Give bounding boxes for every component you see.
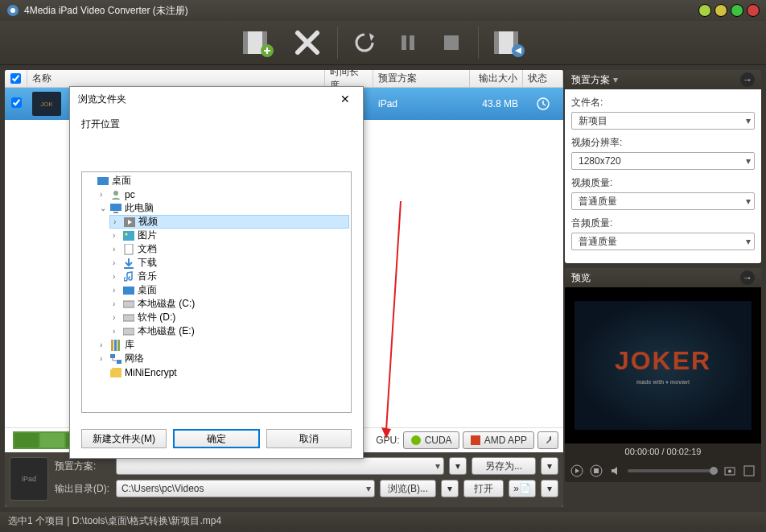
toolbar-separator (337, 27, 338, 59)
title-bar: 4Media iPad Video Converter (未注册) (0, 0, 766, 21)
row-preset: iPad (373, 98, 470, 109)
svg-rect-21 (744, 466, 754, 476)
aquality-label: 音频质量: (571, 217, 755, 230)
tree-diskc[interactable]: ›本地磁盘 (C:) (109, 297, 349, 311)
chevron-down-icon: ▾ (613, 74, 618, 85)
resolution-select[interactable]: 1280x720 (571, 152, 755, 170)
extra-dropdown[interactable]: ▾ (541, 480, 558, 497)
svg-rect-15 (471, 435, 480, 445)
preset-panel: 预置方案 ▾ → 文件名: 新项目 视频分辨率: 1280x720 视频质量: … (565, 70, 761, 263)
preview-time: 00:00:00 / 00:02:19 (565, 443, 761, 460)
play-button[interactable] (570, 464, 584, 478)
bottom-panel: iPad 预置方案: ▾ 另存为... ▾ 输出目录(D): C:\Users\… (5, 452, 563, 507)
amd-button[interactable]: AMD APP (463, 431, 534, 449)
tree-videos[interactable]: ›视频 (109, 215, 349, 229)
svg-rect-7 (410, 35, 414, 50)
svg-rect-33 (123, 301, 134, 307)
app-icon (6, 4, 19, 17)
tree-desktop[interactable]: 桌面 (84, 174, 349, 188)
help-button[interactable] (698, 4, 711, 17)
refresh-button[interactable] (348, 26, 381, 60)
svg-rect-32 (123, 287, 134, 295)
preset-dropdown[interactable]: ▾ (449, 457, 467, 475)
resolution-label: 视频分辨率: (571, 136, 755, 150)
preset-label: 预置方案: (55, 460, 111, 473)
cuda-button[interactable]: CUDA (403, 431, 459, 449)
stop-button[interactable] (434, 26, 468, 60)
preview-overlay: JOKER (615, 346, 711, 376)
folder-tree[interactable]: 桌面 ›pc ⌄此电脑 ›视频 ›图片 ›文档 ›下载 ›音乐 ›桌面 ›本地磁… (81, 171, 352, 413)
wrench-icon (545, 435, 551, 446)
tree-downloads[interactable]: ›下载 (109, 256, 349, 270)
svg-point-14 (411, 435, 421, 445)
header-status[interactable]: 状态 (523, 70, 563, 87)
svg-rect-35 (123, 328, 134, 335)
fullscreen-button[interactable] (742, 464, 756, 478)
preset-select[interactable] (116, 457, 444, 475)
header-name[interactable]: 名称 (27, 70, 325, 87)
svg-rect-34 (123, 315, 134, 321)
preview-video[interactable]: JOKER made with ♦ movavi (565, 287, 761, 443)
filename-label: 文件名: (571, 96, 755, 109)
tree-diske[interactable]: ›本地磁盘 (E:) (109, 324, 349, 338)
stop-preview-button[interactable] (589, 464, 603, 478)
vquality-select[interactable]: 普通质量 (571, 192, 755, 210)
snapshot-button[interactable] (723, 464, 737, 478)
header-checkbox[interactable] (5, 70, 27, 87)
maximize-button[interactable] (731, 4, 743, 17)
close-button[interactable] (747, 4, 760, 17)
expand-button[interactable]: → (740, 72, 755, 87)
svg-rect-8 (444, 35, 459, 50)
output-path[interactable]: C:\Users\pc\Videos (116, 480, 375, 497)
tree-user[interactable]: ›pc (97, 188, 349, 201)
video-thumbnail: JOK (32, 92, 61, 116)
svg-rect-3 (243, 31, 248, 54)
tree-pictures[interactable]: ›图片 (109, 229, 349, 242)
svg-point-24 (113, 191, 118, 196)
tree-network[interactable]: ›网络 (97, 352, 349, 365)
header-preset[interactable]: 预置方案 (373, 70, 470, 87)
svg-rect-25 (110, 204, 121, 211)
svg-point-1 (10, 8, 15, 13)
aquality-select[interactable]: 普通质量 (571, 233, 755, 250)
row-checkbox[interactable] (11, 97, 22, 108)
tree-diskd[interactable]: ›软件 (D:) (109, 311, 349, 324)
open-button[interactable]: 打开 (463, 480, 504, 497)
tree-libraries[interactable]: ›库 (97, 338, 349, 352)
add-file-button[interactable] (237, 23, 278, 63)
svg-rect-28 (123, 231, 134, 241)
tree-documents[interactable]: ›文档 (109, 242, 349, 256)
header-duration[interactable]: 时间长度 (325, 70, 373, 87)
volume-slider[interactable] (628, 469, 718, 472)
tree-music[interactable]: ›音乐 (109, 270, 349, 283)
tree-miniencrypt[interactable]: MiNiEncrypt (97, 365, 349, 379)
filename-input[interactable]: 新项目 (571, 112, 755, 130)
dialog-close-button[interactable]: ✕ (336, 93, 355, 105)
tree-thispc[interactable]: ⌄此电脑 (97, 201, 349, 215)
main-toolbar (0, 21, 766, 65)
dialog-label: 打开位置 (81, 118, 352, 131)
preview-expand-button[interactable]: → (740, 270, 755, 285)
settings-button[interactable] (537, 431, 558, 449)
pause-button[interactable] (391, 26, 425, 60)
preset-dropdown2[interactable]: ▾ (541, 457, 558, 475)
svg-rect-30 (125, 244, 133, 254)
extra-button[interactable]: »📄 (509, 480, 536, 497)
remove-button[interactable] (287, 23, 327, 63)
preset-thumbnail: iPad (10, 457, 48, 501)
dialog-title: 浏览文件夹 (78, 93, 126, 106)
header-size[interactable]: 输出大小 (470, 70, 523, 87)
browse-button[interactable]: 浏览(B)... (380, 480, 436, 497)
convert-button[interactable] (488, 23, 529, 63)
save-as-button[interactable]: 另存为... (472, 457, 536, 475)
volume-icon[interactable] (608, 464, 623, 478)
cancel-button[interactable]: 取消 (266, 429, 352, 448)
ok-button[interactable]: 确定 (173, 429, 260, 448)
tree-desktop2[interactable]: ›桌面 (109, 283, 349, 297)
preview-panel: 预览 → JOKER made with ♦ movavi 00:00:00 /… (565, 268, 761, 482)
list-header: 名称 时间长度 预置方案 输出大小 状态 (5, 70, 563, 88)
new-folder-button[interactable]: 新建文件夹(M) (81, 429, 167, 448)
browse-dropdown[interactable]: ▾ (441, 480, 459, 497)
minimize-button[interactable] (715, 4, 727, 17)
window-title: 4Media iPad Video Converter (未注册) (24, 4, 698, 18)
